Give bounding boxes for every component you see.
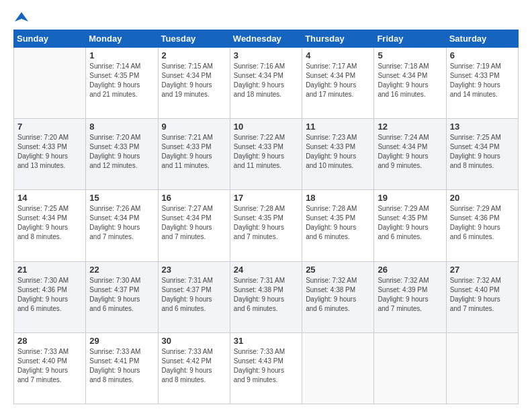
day-number: 11	[306, 122, 370, 132]
cell-info: Sunrise: 7:33 AMSunset: 4:40 PMDaylight:…	[17, 347, 82, 385]
cell-info: Sunrise: 7:14 AMSunset: 4:35 PMDaylight:…	[89, 62, 154, 99]
weekday-header: Tuesday	[158, 30, 230, 48]
calendar-cell: 13Sunrise: 7:25 AMSunset: 4:34 PMDayligh…	[446, 119, 518, 190]
calendar-cell: 24Sunrise: 7:31 AMSunset: 4:38 PMDayligh…	[230, 261, 302, 332]
day-number: 21	[17, 265, 82, 275]
day-number: 1	[89, 50, 154, 60]
weekday-header: Wednesday	[230, 30, 302, 48]
calendar-cell: 31Sunrise: 7:33 AMSunset: 4:43 PMDayligh…	[230, 332, 302, 404]
calendar-cell: 5Sunrise: 7:18 AMSunset: 4:34 PMDaylight…	[374, 48, 446, 119]
cell-info: Sunrise: 7:26 AMSunset: 4:34 PMDaylight:…	[89, 204, 154, 242]
calendar-cell: 6Sunrise: 7:19 AMSunset: 4:33 PMDaylight…	[446, 48, 518, 119]
calendar-cell	[14, 48, 86, 119]
cell-info: Sunrise: 7:27 AMSunset: 4:34 PMDaylight:…	[162, 204, 226, 242]
day-number: 14	[17, 193, 82, 203]
calendar-cell: 3Sunrise: 7:16 AMSunset: 4:34 PMDaylight…	[230, 48, 302, 119]
cell-info: Sunrise: 7:32 AMSunset: 4:39 PMDaylight:…	[378, 276, 442, 314]
calendar-cell: 14Sunrise: 7:25 AMSunset: 4:34 PMDayligh…	[14, 190, 86, 261]
cell-info: Sunrise: 7:33 AMSunset: 4:43 PMDaylight:…	[234, 347, 298, 385]
cell-info: Sunrise: 7:16 AMSunset: 4:34 PMDaylight:…	[234, 62, 298, 99]
cell-info: Sunrise: 7:18 AMSunset: 4:34 PMDaylight:…	[378, 62, 442, 99]
day-number: 4	[306, 50, 370, 60]
calendar-cell: 8Sunrise: 7:20 AMSunset: 4:33 PMDaylight…	[86, 119, 158, 190]
calendar-cell: 16Sunrise: 7:27 AMSunset: 4:34 PMDayligh…	[158, 190, 230, 261]
calendar-cell: 17Sunrise: 7:28 AMSunset: 4:35 PMDayligh…	[230, 190, 302, 261]
calendar-cell: 22Sunrise: 7:30 AMSunset: 4:37 PMDayligh…	[86, 261, 158, 332]
weekday-header: Friday	[374, 30, 446, 48]
calendar-cell: 27Sunrise: 7:32 AMSunset: 4:40 PMDayligh…	[446, 261, 518, 332]
day-number: 20	[450, 193, 515, 203]
calendar-cell: 19Sunrise: 7:29 AMSunset: 4:35 PMDayligh…	[374, 190, 446, 261]
cell-info: Sunrise: 7:28 AMSunset: 4:35 PMDaylight:…	[234, 204, 298, 242]
cell-info: Sunrise: 7:30 AMSunset: 4:37 PMDaylight:…	[89, 276, 154, 314]
day-number: 28	[17, 336, 82, 346]
calendar-cell: 12Sunrise: 7:24 AMSunset: 4:34 PMDayligh…	[374, 119, 446, 190]
cell-info: Sunrise: 7:29 AMSunset: 4:36 PMDaylight:…	[450, 204, 515, 242]
calendar-cell: 28Sunrise: 7:33 AMSunset: 4:40 PMDayligh…	[14, 332, 86, 404]
cell-info: Sunrise: 7:31 AMSunset: 4:37 PMDaylight:…	[162, 276, 226, 314]
weekday-header: Thursday	[302, 30, 374, 48]
day-number: 5	[378, 50, 442, 60]
calendar-cell: 25Sunrise: 7:32 AMSunset: 4:38 PMDayligh…	[302, 261, 374, 332]
day-number: 29	[89, 336, 154, 346]
header	[13, 13, 519, 21]
calendar-cell: 26Sunrise: 7:32 AMSunset: 4:39 PMDayligh…	[374, 261, 446, 332]
day-number: 27	[450, 265, 515, 275]
calendar-cell: 2Sunrise: 7:15 AMSunset: 4:34 PMDaylight…	[158, 48, 230, 119]
day-number: 9	[162, 122, 226, 132]
weekday-header: Sunday	[14, 30, 86, 48]
day-number: 12	[378, 122, 442, 132]
cell-info: Sunrise: 7:19 AMSunset: 4:33 PMDaylight:…	[450, 62, 515, 99]
calendar-cell: 20Sunrise: 7:29 AMSunset: 4:36 PMDayligh…	[446, 190, 518, 261]
day-number: 6	[450, 50, 515, 60]
calendar-cell	[446, 332, 518, 404]
weekday-header: Monday	[86, 30, 158, 48]
logo-bird-icon	[15, 11, 28, 24]
calendar-cell: 11Sunrise: 7:23 AMSunset: 4:33 PMDayligh…	[302, 119, 374, 190]
day-number: 18	[306, 193, 370, 203]
cell-info: Sunrise: 7:17 AMSunset: 4:34 PMDaylight:…	[306, 62, 370, 99]
day-number: 26	[378, 265, 442, 275]
cell-info: Sunrise: 7:33 AMSunset: 4:41 PMDaylight:…	[89, 347, 154, 385]
day-number: 24	[234, 265, 298, 275]
page: SundayMondayTuesdayWednesdayThursdayFrid…	[0, 0, 532, 411]
day-number: 15	[89, 193, 154, 203]
cell-info: Sunrise: 7:22 AMSunset: 4:33 PMDaylight:…	[234, 133, 298, 171]
calendar-cell: 18Sunrise: 7:28 AMSunset: 4:35 PMDayligh…	[302, 190, 374, 261]
svg-marker-0	[15, 12, 28, 21]
calendar-cell: 29Sunrise: 7:33 AMSunset: 4:41 PMDayligh…	[86, 332, 158, 404]
calendar-cell: 30Sunrise: 7:33 AMSunset: 4:42 PMDayligh…	[158, 332, 230, 404]
weekday-header: Saturday	[446, 30, 518, 48]
cell-info: Sunrise: 7:25 AMSunset: 4:34 PMDaylight:…	[450, 133, 515, 171]
calendar-cell: 7Sunrise: 7:20 AMSunset: 4:33 PMDaylight…	[14, 119, 86, 190]
day-number: 19	[378, 193, 442, 203]
calendar-cell: 21Sunrise: 7:30 AMSunset: 4:36 PMDayligh…	[14, 261, 86, 332]
day-number: 8	[89, 122, 154, 132]
cell-info: Sunrise: 7:32 AMSunset: 4:40 PMDaylight:…	[450, 276, 515, 314]
day-number: 17	[234, 193, 298, 203]
calendar-cell: 9Sunrise: 7:21 AMSunset: 4:33 PMDaylight…	[158, 119, 230, 190]
calendar-cell: 23Sunrise: 7:31 AMSunset: 4:37 PMDayligh…	[158, 261, 230, 332]
cell-info: Sunrise: 7:30 AMSunset: 4:36 PMDaylight:…	[17, 276, 82, 314]
cell-info: Sunrise: 7:28 AMSunset: 4:35 PMDaylight:…	[306, 204, 370, 242]
cell-info: Sunrise: 7:33 AMSunset: 4:42 PMDaylight:…	[162, 347, 226, 385]
cell-info: Sunrise: 7:32 AMSunset: 4:38 PMDaylight:…	[306, 276, 370, 314]
cell-info: Sunrise: 7:20 AMSunset: 4:33 PMDaylight:…	[89, 133, 154, 171]
calendar-cell	[302, 332, 374, 404]
day-number: 2	[162, 50, 226, 60]
day-number: 16	[162, 193, 226, 203]
day-number: 31	[234, 336, 298, 346]
day-number: 25	[306, 265, 370, 275]
cell-info: Sunrise: 7:29 AMSunset: 4:35 PMDaylight:…	[378, 204, 442, 242]
cell-info: Sunrise: 7:24 AMSunset: 4:34 PMDaylight:…	[378, 133, 442, 171]
calendar-cell: 4Sunrise: 7:17 AMSunset: 4:34 PMDaylight…	[302, 48, 374, 119]
cell-info: Sunrise: 7:21 AMSunset: 4:33 PMDaylight:…	[162, 133, 226, 171]
cell-info: Sunrise: 7:25 AMSunset: 4:34 PMDaylight:…	[17, 204, 82, 242]
calendar-cell	[374, 332, 446, 404]
cell-info: Sunrise: 7:23 AMSunset: 4:33 PMDaylight:…	[306, 133, 370, 171]
calendar-table: SundayMondayTuesdayWednesdayThursdayFrid…	[13, 30, 519, 404]
calendar-cell: 1Sunrise: 7:14 AMSunset: 4:35 PMDaylight…	[86, 48, 158, 119]
logo	[13, 13, 28, 21]
day-number: 10	[234, 122, 298, 132]
day-number: 7	[17, 122, 82, 132]
